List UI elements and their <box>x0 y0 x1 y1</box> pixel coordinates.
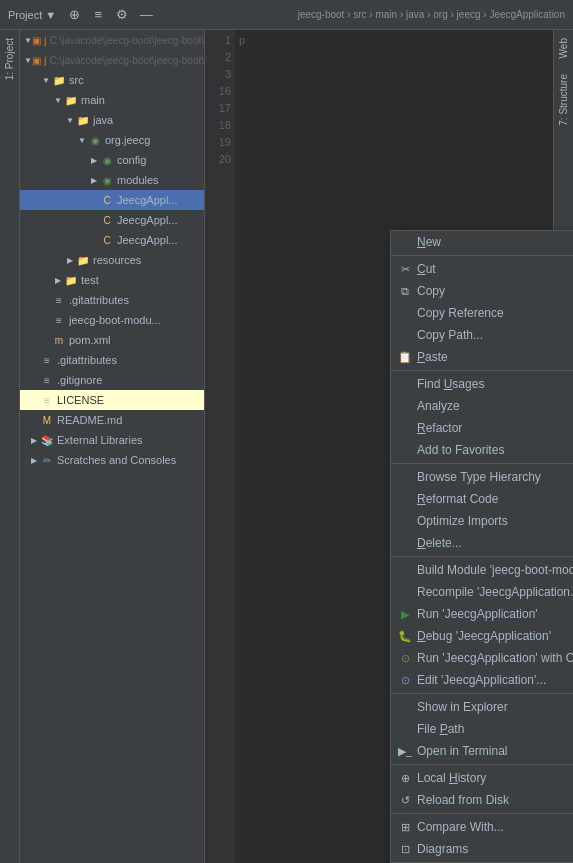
menu-item-copy-path[interactable]: Copy Path... <box>391 324 573 346</box>
no-arrow <box>28 354 40 366</box>
edit-icon: ⊙ <box>397 672 413 688</box>
no-arrow <box>40 314 52 326</box>
compare-icon: ⊞ <box>397 819 413 835</box>
expand-arrow: ▼ <box>52 94 64 106</box>
menu-item-refactor[interactable]: Refactor <box>391 417 573 439</box>
paste-icon: 📋 <box>397 349 413 365</box>
terminal-icon: ▶_ <box>397 743 413 759</box>
expand-arrow: ▼ <box>76 134 88 146</box>
settings-icon[interactable]: ⚙ <box>112 5 132 25</box>
menu-item-find-usages[interactable]: Find Usages Alt+F7 <box>391 373 573 395</box>
tree-item-src[interactable]: ▼ 📁 src <box>20 70 204 90</box>
tree-item-jeecg-module-file[interactable]: ≡ jeecg-boot-modu... <box>20 310 204 330</box>
expand-arrow: ▶ <box>28 434 40 446</box>
top-toolbar: Project ▼ ⊕ ≡ ⚙ — jeecg-boot › src › mai… <box>0 0 573 30</box>
line-19: 19 <box>205 134 231 151</box>
menu-item-build-module[interactable]: Build Module 'jeecg-boot-module-system' <box>391 559 573 581</box>
java-class-icon: C <box>100 233 114 247</box>
collapse-icon[interactable]: — <box>136 5 156 25</box>
menu-item-paste[interactable]: 📋 Paste Ctrl+V <box>391 346 573 368</box>
file-tree-panel: ▼ ▣ jeecg-boot-base-common C:\javacode\j… <box>20 30 205 863</box>
tree-item-main[interactable]: ▼ 📁 main <box>20 90 204 110</box>
tree-item-jeecgapp3[interactable]: C JeecgAppl... <box>20 230 204 250</box>
tree-item-config[interactable]: ▶ ◉ config <box>20 150 204 170</box>
breadcrumb: jeecg-boot › src › main › java › org › j… <box>164 9 565 20</box>
editor-area: 1 2 3 16 17 18 19 20 p New <box>205 30 553 863</box>
code-line: p <box>239 32 549 49</box>
menu-item-run-coverage[interactable]: ⊙ Run 'JeecgApplication' with Coverage <box>391 647 573 669</box>
tree-item-pom[interactable]: m pom.xml <box>20 330 204 350</box>
tree-item-license[interactable]: ≡ LICENSE <box>20 390 204 410</box>
scratches-icon: ✏ <box>40 453 54 467</box>
menu-item-browse-hierarchy[interactable]: Browse Type Hierarchy Ctrl+H <box>391 466 573 488</box>
sidebar-item-structure[interactable]: 7: Structure <box>555 66 572 134</box>
xml-icon: m <box>52 333 66 347</box>
menu-item-run[interactable]: ▶ Run 'JeecgApplication' Ctrl+Shift+F10 <box>391 603 573 625</box>
tree-item-resources[interactable]: ▶ 📁 resources <box>20 250 204 270</box>
menu-separator-4 <box>391 556 573 557</box>
tree-item-modules[interactable]: ▶ ◉ modules <box>20 170 204 190</box>
sidebar-item-web[interactable]: Web <box>555 30 572 66</box>
menu-item-reload-disk[interactable]: ↺ Reload from Disk <box>391 789 573 811</box>
sidebar-item-project[interactable]: 1: Project <box>1 30 18 88</box>
menu-item-diagrams[interactable]: ⊡ Diagrams <box>391 838 573 860</box>
line-17: 17 <box>205 100 231 117</box>
menu-item-debug[interactable]: 🐛 Debug 'JeecgApplication' <box>391 625 573 647</box>
tree-item-gitattributes2[interactable]: ≡ .gitattributes <box>20 350 204 370</box>
line-3: 3 <box>205 66 231 83</box>
context-menu: New ✂ Cut Ctrl+X ⧉ Copy Ctrl+C Copy Refe… <box>390 230 573 863</box>
no-arrow <box>28 374 40 386</box>
no-arrow <box>88 234 100 246</box>
expand-arrow: ▶ <box>64 254 76 266</box>
license-icon: ≡ <box>40 393 54 407</box>
tree-item-java[interactable]: ▼ 📁 java <box>20 110 204 130</box>
tree-item-gitattributes1[interactable]: ≡ .gitattributes <box>20 290 204 310</box>
tree-item-test[interactable]: ▶ 📁 test <box>20 270 204 290</box>
tree-item-module-system[interactable]: ▼ ▣ jeecg-boot-module-system C:\javacode… <box>20 50 204 70</box>
tree-item-org-jeecg[interactable]: ▼ ◉ org.jeecg <box>20 130 204 150</box>
coverage-icon: ⊙ <box>397 650 413 666</box>
no-arrow <box>28 394 40 406</box>
menu-item-new[interactable]: New <box>391 231 573 253</box>
menu-item-file-path[interactable]: File Path Ctrl+Alt+F12 <box>391 718 573 740</box>
left-panel-tabs: 1: Project <box>0 30 20 863</box>
tree-item-readme[interactable]: M README.md <box>20 410 204 430</box>
sync-icon[interactable]: ⊕ <box>64 5 84 25</box>
menu-item-add-favorites[interactable]: Add to Favorites <box>391 439 573 461</box>
java-folder-icon: 📁 <box>76 113 90 127</box>
menu-item-delete[interactable]: Delete... Delete <box>391 532 573 554</box>
filter-icon[interactable]: ≡ <box>88 5 108 25</box>
menu-item-cut[interactable]: ✂ Cut Ctrl+X <box>391 258 573 280</box>
menu-item-edit[interactable]: ⊙ Edit 'JeecgApplication'... <box>391 669 573 691</box>
no-arrow <box>88 214 100 226</box>
menu-item-copy[interactable]: ⧉ Copy Ctrl+C <box>391 280 573 302</box>
menu-item-reformat[interactable]: Reformat Code Ctrl+Alt+L <box>391 488 573 510</box>
menu-item-copy-reference[interactable]: Copy Reference Ctrl+Alt+Shift+C <box>391 302 573 324</box>
expand-arrow: ▼ <box>24 34 32 46</box>
tree-item-scratches[interactable]: ▶ ✏ Scratches and Consoles <box>20 450 204 470</box>
tree-item-jeecgapp2[interactable]: C JeecgAppl... <box>20 210 204 230</box>
menu-item-open-terminal[interactable]: ▶_ Open in Terminal <box>391 740 573 762</box>
tree-container[interactable]: ▼ ▣ jeecg-boot-base-common C:\javacode\j… <box>20 30 204 835</box>
menu-separator-3 <box>391 463 573 464</box>
menu-item-compare[interactable]: ⊞ Compare With... Ctrl+D <box>391 816 573 838</box>
menu-item-show-explorer[interactable]: Show in Explorer <box>391 696 573 718</box>
menu-item-analyze[interactable]: Analyze <box>391 395 573 417</box>
cut-icon: ✂ <box>397 261 413 277</box>
menu-item-local-history[interactable]: ⊕ Local History <box>391 767 573 789</box>
tree-item-gitignore[interactable]: ≡ .gitignore <box>20 370 204 390</box>
java-class-icon: C <box>100 213 114 227</box>
folder-icon: 📁 <box>76 253 90 267</box>
toolbar-icons: ⊕ ≡ ⚙ — <box>64 5 156 25</box>
tree-item-external-libraries[interactable]: ▶ 📚 External Libraries <box>20 430 204 450</box>
run-icon: ▶ <box>397 606 413 622</box>
tree-item-base-common[interactable]: ▼ ▣ jeecg-boot-base-common C:\javacode\j… <box>20 30 204 50</box>
line-2: 2 <box>205 49 231 66</box>
module-icon: ▣ <box>32 53 41 67</box>
line-18: 18 <box>205 117 231 134</box>
menu-item-recompile[interactable]: Recompile 'JeecgApplication.java' Ctrl+S… <box>391 581 573 603</box>
tree-item-jeecgapp1[interactable]: C JeecgAppl... <box>20 190 204 210</box>
project-dropdown[interactable]: Project ▼ <box>8 9 56 21</box>
menu-item-optimize-imports[interactable]: Optimize Imports Ctrl+Alt+O <box>391 510 573 532</box>
module-icon: ▣ <box>32 33 41 47</box>
